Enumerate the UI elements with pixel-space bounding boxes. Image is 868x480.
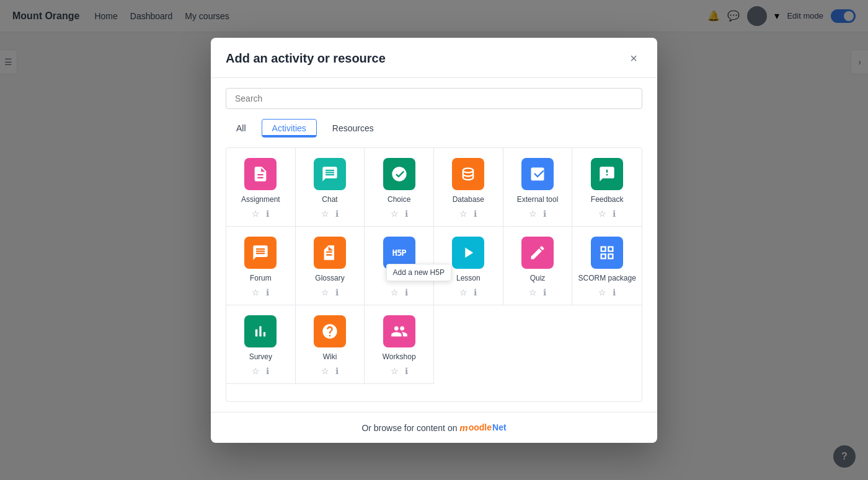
activity-forum[interactable]: Forum ☆ ℹ [226,227,296,305]
h5p-label: H5P [392,274,406,282]
chat-activity-icon [314,158,346,190]
forum-label: Forum [250,274,272,282]
assignment-icon [244,158,277,190]
activity-assignment[interactable]: Assignment ☆ ℹ [226,148,296,227]
activity-lesson[interactable]: Lesson ☆ ℹ [434,227,503,305]
chat-label: Chat [322,195,337,204]
choice-info[interactable]: ℹ [405,209,408,219]
lesson-star[interactable]: ☆ [459,287,467,297]
external-tool-info[interactable]: ℹ [543,209,546,219]
activity-scorm[interactable]: SCORM package ☆ ℹ [572,227,642,305]
glossary-info[interactable]: ℹ [335,287,339,297]
feedback-info[interactable]: ℹ [613,209,616,219]
activity-glossary[interactable]: Glossary ☆ ℹ [296,227,365,305]
browse-text: Or browse for content on [361,423,459,433]
chat-star[interactable]: ☆ [321,209,329,219]
wiki-label: Wiki [323,352,337,361]
lesson-icon [452,237,484,269]
add-activity-modal: Add an activity or resource × All Activi… [211,38,657,443]
empty-cell-1 [434,305,503,384]
moodle-logo: m [459,422,467,433]
scorm-info[interactable]: ℹ [613,287,616,297]
assignment-label: Assignment [241,195,280,204]
forum-info[interactable]: ℹ [266,287,269,297]
assignment-star[interactable]: ☆ [252,209,260,219]
database-star[interactable]: ☆ [459,209,467,219]
quiz-info[interactable]: ℹ [543,287,546,297]
survey-label: Survey [249,352,272,361]
workshop-star[interactable]: ☆ [391,366,399,376]
feedback-label: Feedback [591,195,624,204]
activity-feedback[interactable]: Feedback ☆ ℹ [572,148,642,227]
h5p-info[interactable]: ℹ [405,287,408,297]
tab-group: All Activities Resources [226,119,642,137]
glossary-icon [314,237,346,269]
activity-chat[interactable]: Chat ☆ ℹ [296,148,365,227]
search-input[interactable] [226,88,642,109]
forum-icon [244,237,277,269]
quiz-label: Quiz [530,274,546,282]
wiki-icon [314,315,346,347]
choice-star[interactable]: ☆ [391,209,399,219]
workshop-label: Workshop [383,352,416,361]
feedback-icon [591,158,623,190]
choice-icon [383,158,415,190]
empty-cell-3 [572,305,642,384]
assignment-info[interactable]: ℹ [266,209,269,219]
forum-star[interactable]: ☆ [252,287,260,297]
database-icon [452,158,484,190]
scorm-star[interactable]: ☆ [598,287,606,297]
modal-close-button[interactable]: × [625,50,642,68]
tab-resources[interactable]: Resources [322,119,384,137]
net-text: Net [492,422,507,432]
tab-all[interactable]: All [226,119,257,137]
quiz-star[interactable]: ☆ [529,287,537,297]
database-info[interactable]: ℹ [474,209,477,219]
activity-database[interactable]: Database ☆ ℹ [434,148,503,227]
h5p-icon: H5P [383,237,415,269]
survey-star[interactable]: ☆ [252,366,260,376]
quiz-icon [521,237,554,269]
external-tool-star[interactable]: ☆ [529,209,537,219]
scorm-label: SCORM package [578,274,636,282]
workshop-info[interactable]: ℹ [405,366,408,376]
activity-h5p[interactable]: H5P H5P ☆ ℹ Add a new H5P [365,227,434,305]
activity-survey[interactable]: Survey ☆ ℹ [226,305,296,384]
activity-workshop[interactable]: Workshop ☆ ℹ [365,305,434,384]
survey-icon [244,315,277,347]
h5p-star[interactable]: ☆ [391,287,399,297]
empty-cell-4 [226,384,296,401]
modal-title: Add an activity or resource [226,51,386,66]
browse-link[interactable]: Or browse for content on moodleNet [361,422,506,433]
choice-label: Choice [388,195,410,204]
chat-info[interactable]: ℹ [335,209,339,219]
activity-external-tool[interactable]: External tool ☆ ℹ [503,148,573,227]
workshop-icon [383,315,415,347]
survey-info[interactable]: ℹ [266,366,269,376]
wiki-info[interactable]: ℹ [335,366,339,376]
moodle-text: oodle [469,422,492,432]
lesson-info[interactable]: ℹ [474,287,477,297]
scorm-icon [591,237,623,269]
empty-cell-2 [503,305,573,384]
activities-grid: Assignment ☆ ℹ Chat ☆ ℹ [226,147,642,402]
lesson-label: Lesson [456,274,480,282]
activity-quiz[interactable]: Quiz ☆ ℹ [503,227,573,305]
feedback-star[interactable]: ☆ [598,209,606,219]
database-label: Database [453,195,484,204]
glossary-label: Glossary [315,274,344,282]
external-tool-icon [521,158,554,190]
wiki-star[interactable]: ☆ [321,366,329,376]
activity-choice[interactable]: Choice ☆ ℹ [365,148,434,227]
activity-wiki[interactable]: Wiki ☆ ℹ [296,305,365,384]
tab-activities[interactable]: Activities [262,119,317,137]
glossary-star[interactable]: ☆ [321,287,329,297]
external-tool-label: External tool [517,195,559,204]
